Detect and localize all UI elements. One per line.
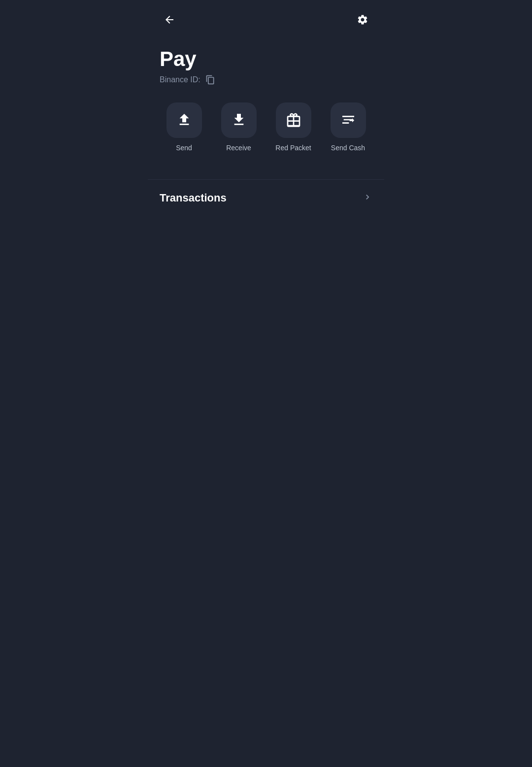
- settings-button[interactable]: [353, 10, 372, 33]
- send-icon: [176, 112, 192, 129]
- action-buttons: Send Receive Red Packe: [160, 102, 372, 152]
- send-button[interactable]: [166, 102, 202, 138]
- receive-label: Receive: [226, 144, 251, 152]
- action-item-receive: Receive: [214, 102, 263, 152]
- transactions-title: Transactions: [160, 192, 227, 204]
- send-cash-label: Send Cash: [331, 144, 365, 152]
- receive-icon: [231, 112, 247, 129]
- red-packet-label: Red Packet: [275, 144, 311, 152]
- back-arrow-icon: [164, 14, 175, 29]
- transactions-section: Transactions: [148, 180, 384, 216]
- binance-id-row: Binance ID:: [160, 75, 372, 85]
- receive-button[interactable]: [221, 102, 257, 138]
- header: [148, 0, 384, 37]
- copy-icon[interactable]: [205, 75, 215, 85]
- transactions-header[interactable]: Transactions: [160, 192, 372, 204]
- action-item-send: Send: [160, 102, 208, 152]
- back-button[interactable]: [160, 10, 179, 33]
- binance-id-label: Binance ID:: [160, 75, 200, 84]
- page-content: Pay Binance ID: Send: [148, 37, 384, 162]
- send-label: Send: [176, 144, 192, 152]
- gear-icon: [357, 14, 368, 29]
- send-cash-icon: [340, 112, 356, 129]
- page-title: Pay: [160, 47, 372, 71]
- action-item-red-packet: Red Packet: [269, 102, 318, 152]
- chevron-right-icon: [363, 192, 372, 204]
- gift-icon: [286, 112, 301, 129]
- action-item-send-cash: Send Cash: [324, 102, 372, 152]
- send-cash-button[interactable]: [331, 102, 366, 138]
- red-packet-button[interactable]: [276, 102, 311, 138]
